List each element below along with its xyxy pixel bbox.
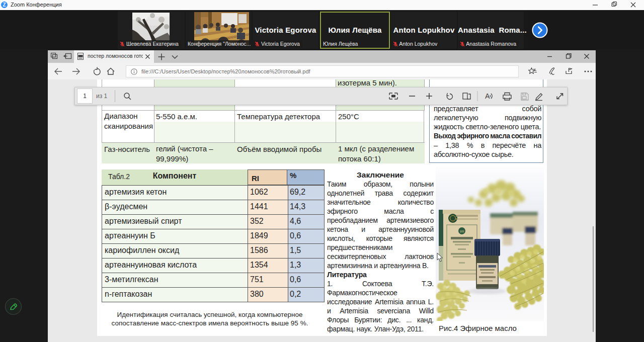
svg-text:100: 100 xyxy=(460,230,464,233)
svg-text:A: A xyxy=(485,92,490,100)
